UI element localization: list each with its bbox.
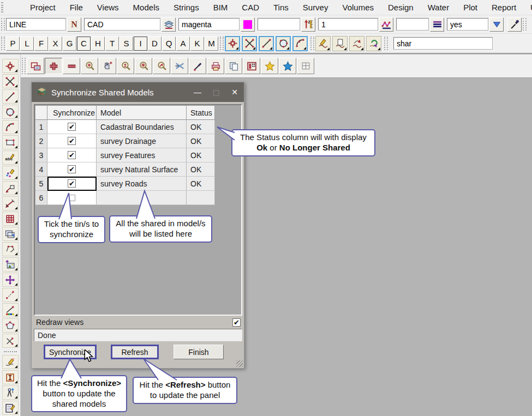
zoom-in-button[interactable] — [81, 58, 98, 74]
refresh-button[interactable]: Refresh — [111, 345, 159, 359]
quick-key-g[interactable]: G — [63, 37, 76, 51]
brush-button[interactable] — [189, 58, 206, 74]
toolbar-grip[interactable] — [523, 18, 527, 31]
model-cell[interactable]: survey Drainage — [97, 134, 187, 148]
toolbar-grip[interactable] — [1, 37, 5, 50]
survey-instrument-button[interactable] — [2, 385, 19, 400]
pan-button[interactable] — [99, 58, 116, 74]
synchronize-checkbox[interactable]: ✔ — [68, 137, 76, 145]
finish-button[interactable]: Finish — [174, 345, 224, 359]
synchronize-cell[interactable]: ✔ — [47, 120, 97, 134]
synchronize-cell[interactable] — [47, 191, 97, 205]
linestyle-field-input[interactable] — [396, 18, 429, 31]
paint-button[interactable] — [2, 166, 19, 180]
cad-page-button[interactable] — [332, 36, 348, 51]
menu-project[interactable]: Project — [23, 3, 63, 12]
point-box-button[interactable] — [2, 181, 19, 195]
print-button[interactable] — [207, 58, 224, 74]
plot-frame-button[interactable] — [27, 58, 44, 74]
quick-key-t[interactable]: T — [105, 37, 119, 51]
view-copy-button[interactable] — [2, 227, 19, 241]
synchronize-checkbox[interactable]: ✔ — [68, 165, 76, 173]
sketch-button[interactable] — [2, 355, 19, 369]
height-button[interactable]: z — [301, 17, 315, 32]
layout-button[interactable] — [297, 58, 314, 74]
arc-snap-button[interactable] — [2, 120, 19, 134]
table-row[interactable]: 4✔survey Natural SurfaceOK — [35, 162, 215, 177]
image-move-button[interactable] — [2, 257, 19, 272]
redraw-views-checkbox[interactable]: ✔ — [232, 318, 241, 327]
model-cell[interactable]: Cadastral Boundaries — [97, 120, 187, 134]
maximize-button[interactable]: ▢ — [207, 82, 225, 102]
close-button[interactable]: ✕ — [225, 82, 244, 102]
menu-water[interactable]: Water — [421, 3, 456, 12]
table-row[interactable]: 2✔survey DrainageOK — [35, 134, 215, 148]
zoom-previous-button[interactable] — [153, 58, 170, 74]
linestyle-button[interactable] — [430, 17, 444, 32]
view-minus-button[interactable] — [63, 58, 80, 74]
polygon-button[interactable] — [2, 242, 19, 256]
cad-recycle-button[interactable] — [366, 36, 381, 51]
row-number-cell[interactable]: 6 — [35, 191, 47, 205]
name-field-input[interactable] — [6, 18, 66, 31]
cad-curve-arrow-button[interactable] — [349, 36, 364, 51]
intersect-snap-button[interactable] — [2, 74, 19, 88]
n-button[interactable]: N — [67, 17, 81, 32]
menu-survey[interactable]: Survey — [296, 3, 336, 12]
menu-tins[interactable]: Tins — [266, 3, 296, 12]
quick-key-i[interactable]: I — [134, 37, 147, 51]
notes-button[interactable] — [2, 401, 19, 415]
dropdown-button[interactable] — [489, 17, 504, 32]
synchronize-checkbox[interactable]: ✔ — [68, 151, 76, 159]
synchronize-cell[interactable]: ✔ — [47, 162, 97, 177]
resize-grip[interactable] — [236, 360, 243, 367]
row-number-cell[interactable]: 1 — [35, 120, 47, 134]
measure-button[interactable] — [2, 196, 19, 210]
model-cell[interactable]: survey Natural Surface — [97, 162, 187, 177]
line-snap-button[interactable] — [2, 89, 19, 104]
synchronize-button[interactable]: Synchronize — [44, 345, 97, 359]
model-field-input[interactable] — [84, 18, 160, 31]
synchronize-cell[interactable]: ✔ — [47, 177, 97, 191]
row-number-cell[interactable]: 4 — [35, 162, 47, 177]
table-row[interactable]: 3✔survey FeaturesOK — [35, 148, 215, 162]
circle-snap-button[interactable] — [2, 105, 19, 119]
point-snap-button[interactable] — [2, 59, 19, 73]
model-cell[interactable]: survey Features — [97, 148, 187, 162]
layers-button[interactable] — [162, 17, 176, 32]
move-button[interactable] — [2, 273, 19, 287]
quick-key-h[interactable]: H — [91, 37, 105, 51]
zoom-range-button[interactable] — [117, 58, 134, 74]
model-cell[interactable] — [97, 191, 187, 205]
menu-design[interactable]: Design — [381, 3, 421, 12]
weight-field-input[interactable] — [318, 18, 378, 31]
row-number-cell[interactable]: 2 — [35, 134, 47, 148]
menu-strings[interactable]: Strings — [166, 3, 206, 12]
height-field-input[interactable] — [258, 18, 300, 31]
menu-plot[interactable]: Plot — [456, 3, 485, 12]
cad-pencil-button[interactable] — [315, 36, 331, 51]
table-row[interactable]: 6 — [35, 191, 215, 205]
quick-key-d[interactable]: D — [148, 37, 162, 51]
synchronize-cell[interactable]: ✔ — [47, 134, 97, 148]
text-box-button[interactable] — [2, 370, 19, 384]
menu-bim[interactable]: BIM — [206, 3, 235, 12]
line-snap-button[interactable] — [259, 36, 274, 51]
menu-volumes[interactable]: Volumes — [335, 3, 381, 12]
toolbar-grip[interactable] — [1, 2, 3, 13]
gradient-line-button[interactable] — [2, 303, 19, 317]
colour-field-input[interactable] — [178, 18, 240, 31]
quick-key-s[interactable]: S — [119, 37, 133, 51]
menu-report[interactable]: Report — [485, 3, 523, 12]
toolbar-grip[interactable] — [220, 37, 224, 50]
synchronize-checkbox[interactable]: ✔ — [68, 123, 76, 131]
closed-polygon-button[interactable] — [2, 318, 19, 333]
menu-file[interactable]: File — [63, 3, 90, 12]
point-snap-button[interactable] — [225, 36, 240, 51]
menu-views[interactable]: Views — [90, 3, 126, 12]
table-row[interactable]: 5✔survey RoadsOK — [35, 177, 215, 191]
quick-key-x[interactable]: X — [49, 37, 62, 51]
row-number-cell[interactable]: 5 — [35, 177, 47, 191]
quick-key-f[interactable]: F — [34, 37, 48, 51]
quick-key-q[interactable]: Q — [162, 37, 176, 51]
